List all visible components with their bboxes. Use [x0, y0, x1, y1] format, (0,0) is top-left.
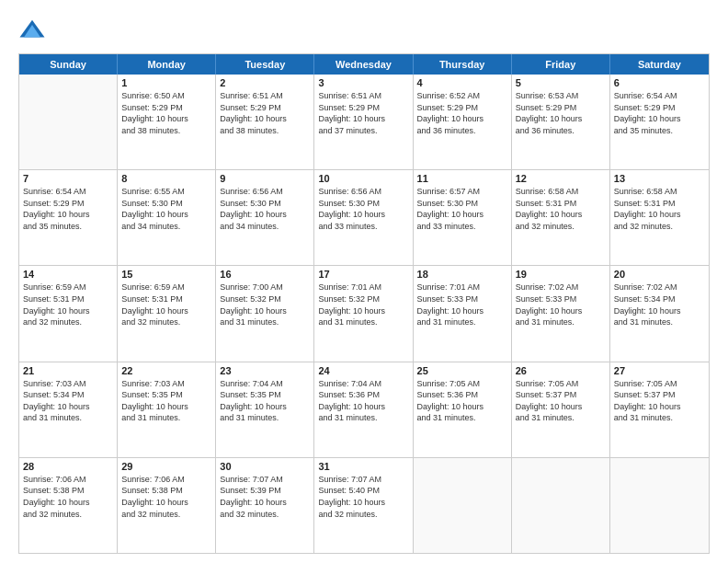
calendar-cell: 5Sunrise: 6:53 AMSunset: 5:29 PMDaylight… — [512, 75, 610, 169]
day-number: 30 — [220, 461, 310, 472]
calendar-row: 7Sunrise: 6:54 AMSunset: 5:29 PMDaylight… — [19, 170, 709, 266]
calendar-cell: 11Sunrise: 6:57 AMSunset: 5:30 PMDayligh… — [414, 170, 512, 265]
day-number: 4 — [417, 77, 507, 88]
day-number: 5 — [516, 77, 606, 88]
weekday-header: Wednesday — [314, 54, 413, 75]
calendar-cell: 31Sunrise: 7:07 AMSunset: 5:40 PMDayligh… — [314, 458, 413, 553]
calendar: SundayMondayTuesdayWednesdayThursdayFrid… — [18, 53, 710, 554]
calendar-cell: 17Sunrise: 7:01 AMSunset: 5:32 PMDayligh… — [314, 266, 413, 361]
day-number: 1 — [121, 77, 211, 88]
day-number: 27 — [614, 365, 705, 376]
weekday-header: Saturday — [610, 54, 709, 75]
day-info: Sunrise: 7:06 AMSunset: 5:38 PMDaylight:… — [23, 474, 113, 520]
calendar-cell: 6Sunrise: 6:54 AMSunset: 5:29 PMDaylight… — [610, 75, 709, 169]
calendar-cell: 20Sunrise: 7:02 AMSunset: 5:34 PMDayligh… — [610, 266, 709, 361]
calendar-cell: 19Sunrise: 7:02 AMSunset: 5:33 PMDayligh… — [512, 266, 610, 361]
day-number: 23 — [220, 365, 310, 376]
calendar-cell: 1Sunrise: 6:50 AMSunset: 5:29 PMDaylight… — [118, 75, 216, 169]
calendar-cell: 24Sunrise: 7:04 AMSunset: 5:36 PMDayligh… — [314, 362, 413, 457]
calendar-cell: 26Sunrise: 7:05 AMSunset: 5:37 PMDayligh… — [512, 362, 610, 457]
day-number: 10 — [318, 173, 408, 184]
day-number: 20 — [614, 269, 705, 280]
day-info: Sunrise: 6:51 AMSunset: 5:29 PMDaylight:… — [220, 90, 310, 136]
day-info: Sunrise: 7:07 AMSunset: 5:39 PMDaylight:… — [220, 474, 310, 520]
calendar-cell: 4Sunrise: 6:52 AMSunset: 5:29 PMDaylight… — [414, 75, 512, 169]
calendar-cell: 9Sunrise: 6:56 AMSunset: 5:30 PMDaylight… — [216, 170, 314, 265]
calendar-body: 1Sunrise: 6:50 AMSunset: 5:29 PMDaylight… — [19, 75, 709, 553]
calendar-cell: 16Sunrise: 7:00 AMSunset: 5:32 PMDayligh… — [216, 266, 314, 361]
day-info: Sunrise: 6:59 AMSunset: 5:31 PMDaylight:… — [23, 282, 113, 327]
day-number: 19 — [516, 269, 606, 280]
day-info: Sunrise: 6:54 AMSunset: 5:29 PMDaylight:… — [23, 186, 113, 232]
day-number: 25 — [417, 365, 507, 376]
day-info: Sunrise: 6:58 AMSunset: 5:31 PMDaylight:… — [516, 186, 606, 232]
day-info: Sunrise: 7:04 AMSunset: 5:35 PMDaylight:… — [220, 378, 310, 424]
header — [18, 17, 710, 44]
day-info: Sunrise: 6:56 AMSunset: 5:30 PMDaylight:… — [220, 186, 310, 232]
calendar-cell: 3Sunrise: 6:51 AMSunset: 5:29 PMDaylight… — [314, 75, 413, 169]
calendar-cell: 15Sunrise: 6:59 AMSunset: 5:31 PMDayligh… — [118, 266, 216, 361]
day-info: Sunrise: 7:06 AMSunset: 5:38 PMDaylight:… — [121, 474, 211, 520]
calendar-cell: 28Sunrise: 7:06 AMSunset: 5:38 PMDayligh… — [19, 458, 118, 553]
calendar-cell — [19, 75, 118, 169]
day-number: 17 — [318, 269, 408, 280]
calendar-cell: 23Sunrise: 7:04 AMSunset: 5:35 PMDayligh… — [216, 362, 314, 457]
day-number: 13 — [614, 173, 705, 184]
weekday-header: Sunday — [19, 54, 118, 75]
weekday-header: Tuesday — [216, 54, 314, 75]
calendar-cell: 13Sunrise: 6:58 AMSunset: 5:31 PMDayligh… — [610, 170, 709, 265]
day-info: Sunrise: 7:05 AMSunset: 5:37 PMDaylight:… — [516, 378, 606, 424]
calendar-header: SundayMondayTuesdayWednesdayThursdayFrid… — [19, 54, 709, 75]
day-info: Sunrise: 7:02 AMSunset: 5:34 PMDaylight:… — [614, 282, 705, 327]
page: SundayMondayTuesdayWednesdayThursdayFrid… — [0, 0, 728, 563]
calendar-cell: 25Sunrise: 7:05 AMSunset: 5:36 PMDayligh… — [414, 362, 512, 457]
day-info: Sunrise: 7:01 AMSunset: 5:33 PMDaylight:… — [417, 282, 507, 327]
day-number: 28 — [23, 461, 113, 472]
weekday-header: Monday — [118, 54, 216, 75]
day-number: 12 — [516, 173, 606, 184]
day-number: 14 — [23, 269, 113, 280]
calendar-cell: 14Sunrise: 6:59 AMSunset: 5:31 PMDayligh… — [19, 266, 118, 361]
day-info: Sunrise: 6:53 AMSunset: 5:29 PMDaylight:… — [516, 90, 606, 136]
day-info: Sunrise: 7:02 AMSunset: 5:33 PMDaylight:… — [516, 282, 606, 327]
calendar-cell: 30Sunrise: 7:07 AMSunset: 5:39 PMDayligh… — [216, 458, 314, 553]
day-info: Sunrise: 7:05 AMSunset: 5:37 PMDaylight:… — [614, 378, 705, 424]
calendar-cell: 7Sunrise: 6:54 AMSunset: 5:29 PMDaylight… — [19, 170, 118, 265]
calendar-row: 14Sunrise: 6:59 AMSunset: 5:31 PMDayligh… — [19, 266, 709, 362]
day-info: Sunrise: 6:50 AMSunset: 5:29 PMDaylight:… — [121, 90, 211, 136]
day-number: 3 — [318, 77, 408, 88]
day-number: 31 — [318, 461, 408, 472]
calendar-row: 28Sunrise: 7:06 AMSunset: 5:38 PMDayligh… — [19, 458, 709, 553]
day-number: 21 — [23, 365, 113, 376]
calendar-cell: 22Sunrise: 7:03 AMSunset: 5:35 PMDayligh… — [118, 362, 216, 457]
calendar-cell: 2Sunrise: 6:51 AMSunset: 5:29 PMDaylight… — [216, 75, 314, 169]
calendar-cell: 10Sunrise: 6:56 AMSunset: 5:30 PMDayligh… — [314, 170, 413, 265]
day-number: 18 — [417, 269, 507, 280]
day-info: Sunrise: 6:55 AMSunset: 5:30 PMDaylight:… — [121, 186, 211, 232]
day-info: Sunrise: 6:52 AMSunset: 5:29 PMDaylight:… — [417, 90, 507, 136]
day-number: 15 — [121, 269, 211, 280]
weekday-header: Friday — [512, 54, 610, 75]
calendar-cell — [414, 458, 512, 553]
day-info: Sunrise: 7:01 AMSunset: 5:32 PMDaylight:… — [318, 282, 408, 327]
day-info: Sunrise: 6:56 AMSunset: 5:30 PMDaylight:… — [318, 186, 408, 232]
calendar-cell: 8Sunrise: 6:55 AMSunset: 5:30 PMDaylight… — [118, 170, 216, 265]
logo — [18, 17, 48, 44]
day-number: 29 — [121, 461, 211, 472]
calendar-cell: 18Sunrise: 7:01 AMSunset: 5:33 PMDayligh… — [414, 266, 512, 361]
calendar-cell — [610, 458, 709, 553]
calendar-row: 21Sunrise: 7:03 AMSunset: 5:34 PMDayligh… — [19, 362, 709, 458]
day-number: 24 — [318, 365, 408, 376]
day-info: Sunrise: 7:03 AMSunset: 5:35 PMDaylight:… — [121, 378, 211, 424]
day-info: Sunrise: 7:04 AMSunset: 5:36 PMDaylight:… — [318, 378, 408, 424]
day-info: Sunrise: 6:57 AMSunset: 5:30 PMDaylight:… — [417, 186, 507, 232]
day-number: 2 — [220, 77, 310, 88]
calendar-cell: 27Sunrise: 7:05 AMSunset: 5:37 PMDayligh… — [610, 362, 709, 457]
day-number: 6 — [614, 77, 705, 88]
day-number: 8 — [121, 173, 211, 184]
calendar-cell — [512, 458, 610, 553]
day-info: Sunrise: 6:58 AMSunset: 5:31 PMDaylight:… — [614, 186, 705, 232]
day-info: Sunrise: 6:51 AMSunset: 5:29 PMDaylight:… — [318, 90, 408, 136]
logo-icon — [18, 17, 46, 44]
calendar-cell: 29Sunrise: 7:06 AMSunset: 5:38 PMDayligh… — [118, 458, 216, 553]
